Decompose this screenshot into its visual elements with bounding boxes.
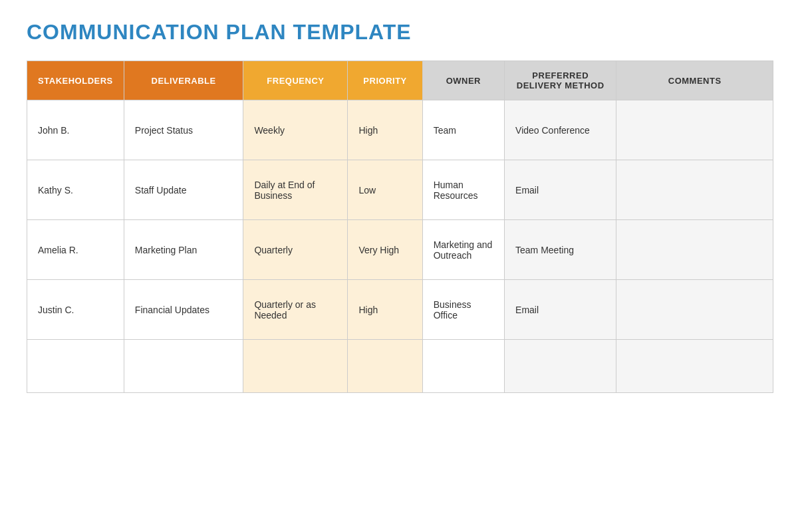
table-body: John B.Project StatusWeeklyHighTeamVideo… — [27, 100, 773, 393]
cell-deliverable — [124, 340, 243, 393]
cell-delivery-method: Video Conference — [505, 100, 616, 160]
cell-deliverable: Financial Updates — [124, 280, 243, 340]
cell-delivery-method — [505, 340, 616, 393]
page-title: COMMUNICATION PLAN TEMPLATE — [27, 20, 773, 45]
col-header-comments: COMMENTS — [616, 61, 773, 100]
cell-deliverable: Marketing Plan — [124, 220, 243, 280]
col-header-owner: OWNER — [422, 61, 504, 100]
cell-owner: Marketing and Outreach — [422, 220, 504, 280]
cell-deliverable: Project Status — [124, 100, 243, 160]
communication-plan-table: STAKEHOLDERS DELIVERABLE FREQUENCY PRIOR… — [27, 61, 773, 393]
cell-delivery-method: Email — [505, 160, 616, 220]
cell-owner: Business Office — [422, 280, 504, 340]
cell-comments — [616, 100, 773, 160]
table-row — [27, 340, 773, 393]
table-row: Kathy S.Staff UpdateDaily at End of Busi… — [27, 160, 773, 220]
cell-delivery-method: Email — [505, 280, 616, 340]
cell-stakeholder: Justin C. — [27, 280, 124, 340]
col-header-stakeholders: STAKEHOLDERS — [27, 61, 124, 100]
col-header-priority: PRIORITY — [348, 61, 422, 100]
cell-comments — [616, 280, 773, 340]
cell-owner — [422, 340, 504, 393]
cell-frequency: Quarterly or as Needed — [243, 280, 348, 340]
cell-comments — [616, 220, 773, 280]
col-header-deliverable: DELIVERABLE — [124, 61, 243, 100]
cell-stakeholder: Kathy S. — [27, 160, 124, 220]
cell-owner: Human Resources — [422, 160, 504, 220]
cell-frequency: Weekly — [243, 100, 348, 160]
cell-stakeholder: Amelia R. — [27, 220, 124, 280]
cell-comments — [616, 340, 773, 393]
col-header-delivery-method: PREFERRED DELIVERY METHOD — [505, 61, 616, 100]
cell-stakeholder: John B. — [27, 100, 124, 160]
cell-owner: Team — [422, 100, 504, 160]
cell-priority — [348, 340, 422, 393]
cell-stakeholder — [27, 340, 124, 393]
cell-priority: Very High — [348, 220, 422, 280]
cell-frequency — [243, 340, 348, 393]
table-header-row: STAKEHOLDERS DELIVERABLE FREQUENCY PRIOR… — [27, 61, 773, 100]
table-row: Amelia R.Marketing PlanQuarterlyVery Hig… — [27, 220, 773, 280]
table-row: John B.Project StatusWeeklyHighTeamVideo… — [27, 100, 773, 160]
cell-comments — [616, 160, 773, 220]
cell-frequency: Quarterly — [243, 220, 348, 280]
cell-priority: Low — [348, 160, 422, 220]
cell-priority: High — [348, 100, 422, 160]
col-header-frequency: FREQUENCY — [243, 61, 348, 100]
table-row: Justin C.Financial UpdatesQuarterly or a… — [27, 280, 773, 340]
cell-deliverable: Staff Update — [124, 160, 243, 220]
cell-delivery-method: Team Meeting — [505, 220, 616, 280]
cell-frequency: Daily at End of Business — [243, 160, 348, 220]
cell-priority: High — [348, 280, 422, 340]
